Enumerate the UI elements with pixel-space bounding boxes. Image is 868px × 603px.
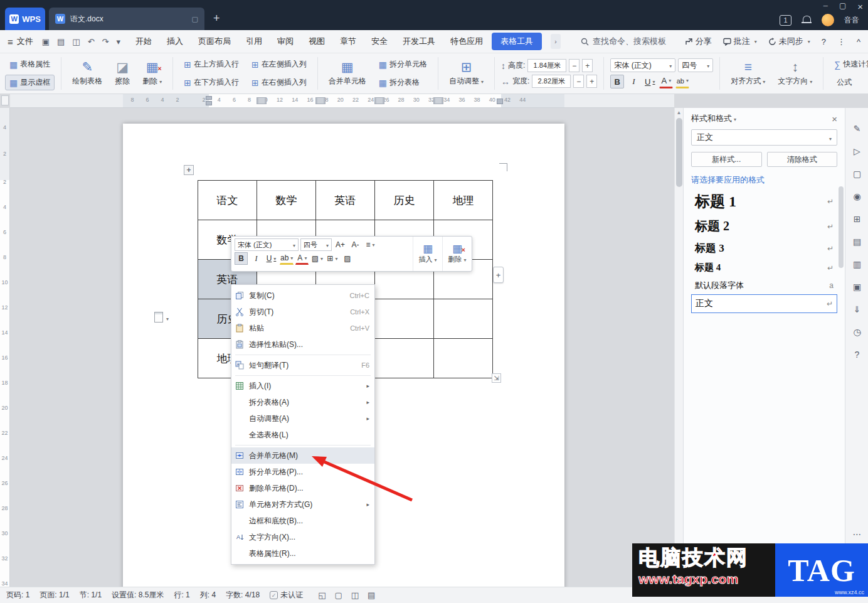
mini-delete-button[interactable]: × 删除 <box>442 237 472 271</box>
shrink-font-button[interactable]: A- <box>349 238 362 251</box>
cell-alignment-button[interactable]: 对齐方式 <box>726 59 770 88</box>
ribbon-tab-8[interactable]: 开发工具 <box>403 36 435 47</box>
format-painter-button[interactable]: ▨ <box>341 252 354 265</box>
bold-button[interactable]: B <box>610 75 624 88</box>
quick-access-more-icon[interactable]: ▾ <box>116 37 120 46</box>
close-panel-button[interactable] <box>832 114 837 124</box>
style-item[interactable]: 标题 4↵ <box>691 259 837 277</box>
menu-item-insert[interactable]: 插入(I)▸ <box>231 378 374 394</box>
edit-icon[interactable]: ✎ <box>850 122 864 135</box>
eraser-button[interactable]: 擦除 <box>110 59 134 88</box>
status-item-5[interactable]: 列: 4 <box>200 590 216 600</box>
new-style-button[interactable]: 新样式... <box>691 152 762 167</box>
share-button[interactable]: 分享 <box>685 36 712 47</box>
show-gridlines-button[interactable]: 显示虚框 <box>5 75 55 90</box>
sidebar-scrollbar[interactable] <box>839 186 844 582</box>
print-icon[interactable]: ▤ <box>57 37 65 46</box>
table-cell[interactable]: 语文 <box>198 181 257 220</box>
table-icon[interactable]: ⊞ <box>850 212 864 225</box>
wps-home-tab[interactable]: W WPS <box>5 8 45 30</box>
document-tab[interactable]: W 语文.docx <box>49 8 204 30</box>
style-item[interactable]: 默认段落字体a <box>691 277 837 294</box>
fullscreen-icon[interactable]: ◱ <box>318 590 326 600</box>
menu-item-cut[interactable]: 剪切(T)Ctrl+X <box>231 304 374 320</box>
menu-item-select-table[interactable]: 全选表格(L) <box>231 427 374 443</box>
table-cell[interactable]: 历史 <box>375 181 434 220</box>
mini-bold-button[interactable]: B <box>235 252 248 265</box>
ruler-vertical[interactable]: 42246810121416182022242628303234 <box>0 108 10 587</box>
new-tab-button[interactable]: + <box>213 13 220 24</box>
height-increase-button[interactable]: + <box>582 59 593 72</box>
mini-italic-button[interactable]: I <box>250 252 263 265</box>
table-cell[interactable] <box>375 299 434 339</box>
column-boundary-marker[interactable] <box>257 97 267 104</box>
sync-status-button[interactable]: 未同步 <box>768 36 810 47</box>
menu-item-copy[interactable]: 复制(C)Ctrl+C <box>231 287 374 304</box>
menu-item-paste[interactable]: 粘贴Ctrl+V <box>231 320 374 336</box>
certification-status[interactable]: ✓ 未认证 <box>270 590 303 600</box>
ribbon-tab-1[interactable]: 插入 <box>167 36 183 47</box>
close-button[interactable] <box>857 1 863 12</box>
width-value-input[interactable]: 2.82厘米 <box>532 75 571 88</box>
workspace-badge[interactable]: 1 <box>780 15 791 26</box>
table-tools-more-button[interactable]: › <box>551 34 561 49</box>
download-icon[interactable]: ⇓ <box>850 302 864 316</box>
ribbon-tab-3[interactable]: 引用 <box>246 36 262 47</box>
status-item-3[interactable]: 设置值: 8.5厘米 <box>112 590 164 600</box>
table-cell[interactable]: 英语 <box>316 181 375 220</box>
mini-insert-button[interactable]: 插入 <box>413 237 442 271</box>
font-family-select[interactable]: 宋体 (正文) <box>610 58 675 72</box>
column-boundary-marker[interactable] <box>315 97 326 104</box>
menu-item-table-properties[interactable]: 表格属性(R)... <box>231 545 374 562</box>
status-item-0[interactable]: 页码: 1 <box>6 590 29 600</box>
chart-icon[interactable]: ▤ <box>850 235 864 248</box>
width-decrease-button[interactable]: − <box>573 75 584 88</box>
menu-item-split-table[interactable]: 拆分表格(A)▸ <box>231 394 374 410</box>
paragraph-options-button[interactable] <box>154 312 169 323</box>
insert-col-right-button[interactable]: 在右侧插入列 <box>247 75 311 90</box>
draw-table-button[interactable]: 绘制表格 <box>68 59 107 88</box>
mini-underline-button[interactable]: U <box>265 252 278 265</box>
ribbon-tab-4[interactable]: 审阅 <box>277 36 294 47</box>
ribbon-tab-table-tools[interactable]: 表格工具 <box>492 33 542 50</box>
current-style-select[interactable]: 正文 <box>691 129 837 146</box>
font-color-button[interactable]: A <box>659 75 673 88</box>
print-preview-icon[interactable]: ◫ <box>72 37 80 46</box>
style-item[interactable]: 标题 2↵ <box>691 215 837 238</box>
mini-borders-button[interactable]: ⊞ <box>326 252 339 265</box>
comment-button[interactable]: 批注 <box>723 36 757 47</box>
insert-col-left-button[interactable]: 在左侧插入列 <box>247 56 311 72</box>
table-cell[interactable] <box>434 299 493 339</box>
style-item[interactable]: 标题 1↵ <box>691 188 837 215</box>
ribbon-tab-5[interactable]: 视图 <box>309 36 325 47</box>
menu-item-autofit[interactable]: 自动调整(A)▸ <box>231 410 374 427</box>
help-button[interactable]: ? <box>822 37 826 46</box>
width-increase-button[interactable]: + <box>586 75 597 88</box>
menu-item-translate[interactable]: A短句翻译(T)F6 <box>231 357 374 373</box>
single-page-icon[interactable]: ▢ <box>334 590 342 600</box>
book-view-icon[interactable]: ▤ <box>368 590 375 600</box>
image-icon[interactable]: ▣ <box>850 280 864 293</box>
underline-button[interactable]: U <box>643 75 657 88</box>
menu-item-merge-cells[interactable]: 合并单元格(M) <box>231 447 374 464</box>
menu-item-paste-special[interactable]: 选择性粘贴(S)... <box>231 336 374 353</box>
split-cells-button[interactable]: 拆分单元格 <box>374 56 431 72</box>
file-menu-button[interactable]: 文件 <box>8 36 33 47</box>
quick-calc-button[interactable]: 快速计算 <box>830 56 868 72</box>
mini-font-family-select[interactable]: 宋体 (正文) <box>235 238 299 251</box>
height-decrease-button[interactable]: − <box>569 59 580 72</box>
height-value-input[interactable]: 1.84厘米 <box>527 59 566 72</box>
style-item[interactable]: 标题 3↵ <box>691 238 837 259</box>
insert-row-above-button[interactable]: 在上方插入行 <box>179 56 243 72</box>
table-resize-handle[interactable]: ⇲ <box>492 373 501 383</box>
menu-item-delete-cells[interactable]: 删除单元格(D)... <box>231 480 374 496</box>
document-scrollbar[interactable]: ▲ ▼ <box>674 108 683 587</box>
mini-font-color-button[interactable]: A <box>295 252 309 265</box>
ribbon-tab-6[interactable]: 章节 <box>340 36 356 47</box>
table-cell[interactable]: 地理 <box>434 181 493 220</box>
split-table-button[interactable]: 拆分表格 <box>374 75 431 90</box>
table-cell[interactable] <box>434 339 493 378</box>
seal-icon[interactable]: ◉ <box>850 189 864 203</box>
table-cell[interactable] <box>375 339 434 378</box>
insert-column-handle[interactable]: + <box>493 267 504 283</box>
